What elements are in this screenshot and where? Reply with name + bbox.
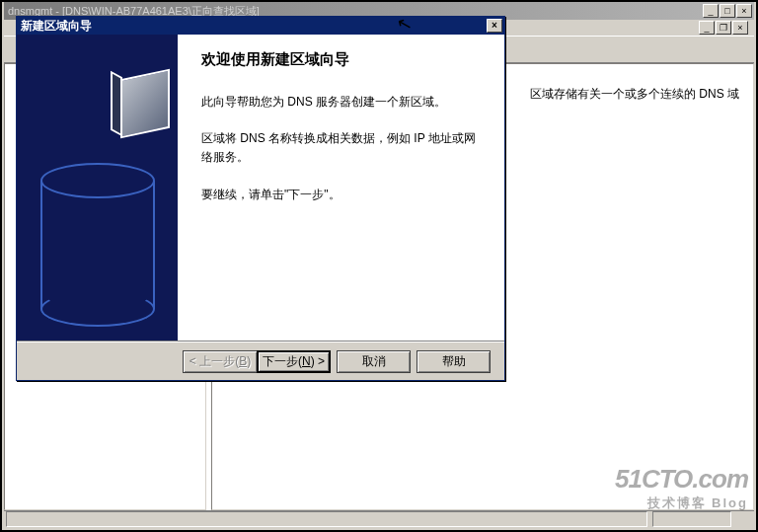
status-bar	[4, 510, 754, 528]
wizard-paragraph-2: 区域将 DNS 名称转换成相关数据，例如 IP 地址或网络服务。	[201, 129, 481, 167]
wizard-heading: 欢迎使用新建区域向导	[201, 50, 481, 69]
minimize-button[interactable]: _	[703, 4, 719, 18]
wizard-close-button[interactable]: ×	[487, 19, 502, 33]
wizard-content: 欢迎使用新建区域向导 此向导帮助您为 DNS 服务器创建一个新区域。 区域将 D…	[178, 35, 504, 341]
server-icon	[120, 69, 170, 139]
wizard-banner-graphic	[17, 35, 178, 341]
database-cylinder-icon	[40, 163, 155, 321]
close-button[interactable]: ×	[736, 4, 752, 18]
status-cell-main	[6, 511, 647, 527]
wizard-title-bar[interactable]: 新建区域向导 ×	[17, 17, 504, 35]
new-zone-wizard-dialog: 新建区域向导 × ↖ 欢迎使用新建区域向导 此向导帮助您为 DNS 服务器创建一…	[16, 16, 505, 381]
wizard-footer: < 上一步(B) 下一步(N) > 取消 帮助	[17, 341, 504, 382]
wizard-paragraph-3: 要继续，请单击"下一步"。	[201, 186, 481, 204]
app-window: dnsmgmt - [DNS\WIN-AB77A461AE3\正向查找区域] _…	[2, 2, 756, 530]
mdi-minimize-button[interactable]: _	[699, 21, 715, 35]
wizard-title-text: 新建区域向导	[21, 18, 92, 35]
maximize-button[interactable]: □	[720, 4, 735, 18]
mdi-restore-button[interactable]: ❐	[716, 21, 731, 35]
status-cell-aux	[652, 511, 731, 527]
wizard-body: 欢迎使用新建区域向导 此向导帮助您为 DNS 服务器创建一个新区域。 区域将 D…	[17, 35, 504, 341]
wizard-paragraph-1: 此向导帮助您为 DNS 服务器创建一个新区域。	[201, 93, 481, 112]
mdi-close-button[interactable]: ×	[732, 21, 748, 35]
back-button: < 上一步(B)	[183, 350, 257, 373]
help-button[interactable]: 帮助	[417, 350, 491, 373]
next-button[interactable]: 下一步(N) >	[257, 350, 331, 373]
cancel-button[interactable]: 取消	[337, 350, 411, 373]
